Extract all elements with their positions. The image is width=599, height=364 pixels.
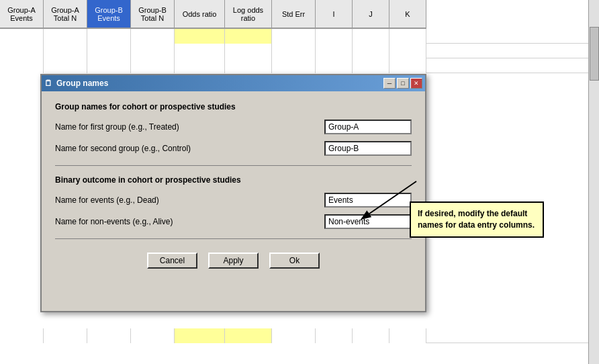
first-group-input[interactable] — [324, 120, 412, 134]
grid-row — [0, 29, 599, 44]
first-group-label: Name for first group (e.g., Treated) — [55, 122, 324, 132]
maximize-button[interactable]: □ — [397, 78, 409, 89]
grid-cell[interactable] — [44, 44, 87, 58]
grid-cell[interactable] — [44, 29, 87, 44]
grid-cell[interactable] — [316, 328, 353, 343]
grid-cell[interactable] — [272, 58, 316, 73]
grid-cell-yellow[interactable] — [175, 29, 225, 44]
grid-cell[interactable] — [87, 29, 131, 44]
grid-cell[interactable] — [87, 58, 131, 73]
events-input[interactable] — [324, 193, 412, 208]
minimize-button[interactable]: ─ — [383, 78, 396, 89]
apply-button[interactable]: Apply — [208, 253, 259, 269]
callout-text: If desired, modify the default names for… — [418, 209, 535, 230]
grid-cell[interactable] — [272, 328, 316, 343]
scrollbar-thumb[interactable] — [590, 27, 599, 81]
form-row-second-group: Name for second group (e.g., Control) — [55, 141, 412, 156]
grid-cell[interactable] — [0, 29, 44, 44]
grid-cell[interactable] — [225, 58, 272, 73]
binary-section-title: Binary outcome in cohort or prospective … — [55, 175, 412, 185]
grid-cell-yellow[interactable] — [225, 328, 272, 343]
non-events-input[interactable] — [324, 214, 412, 229]
col-header-group-b-total[interactable]: Group-BTotal N — [131, 0, 175, 28]
dialog-icon: 🗒 — [44, 79, 52, 88]
cohort-section: Group names for cohort or prospective st… — [55, 102, 412, 156]
col-header-j[interactable]: J — [353, 0, 389, 28]
grid-cell[interactable] — [87, 328, 131, 343]
grid-cell[interactable] — [175, 44, 225, 58]
grid-row — [0, 58, 599, 73]
col-header-i[interactable]: I — [316, 0, 353, 28]
dialog-title: Group names — [56, 79, 383, 88]
grid-cell[interactable] — [131, 58, 175, 73]
col-header-std-err[interactable]: Std Err — [272, 0, 316, 28]
form-row-events: Name for events (e.g., Dead) — [55, 193, 412, 208]
col-header-group-b-events[interactable]: Group-BEvents — [87, 0, 131, 28]
second-group-input[interactable] — [324, 141, 412, 156]
form-row-first-group: Name for first group (e.g., Treated) — [55, 120, 412, 134]
grid-cell[interactable] — [353, 44, 389, 58]
bottom-divider — [55, 238, 412, 239]
dialog-content: Group names for cohort or prospective st… — [42, 91, 425, 279]
form-row-non-events: Name for non-events (e.g., Alive) — [55, 214, 412, 229]
grid-cell[interactable] — [0, 328, 44, 343]
grid-cell[interactable] — [316, 29, 353, 44]
grid-cell-yellow[interactable] — [225, 29, 272, 44]
non-events-label: Name for non-events (e.g., Alive) — [55, 217, 324, 226]
binary-section: Binary outcome in cohort or prospective … — [55, 175, 412, 229]
cohort-section-title: Group names for cohort or prospective st… — [55, 102, 412, 111]
grid-cell[interactable] — [175, 58, 225, 73]
grid-cell[interactable] — [44, 58, 87, 73]
grid-cell[interactable] — [87, 44, 131, 58]
grid-row — [0, 328, 599, 343]
column-headers: Group-AEvents Group-ATotal N Group-BEven… — [0, 0, 426, 29]
scrollbar[interactable] — [588, 0, 599, 364]
ok-button[interactable]: Ok — [269, 253, 320, 269]
grid-cell[interactable] — [0, 44, 44, 58]
grid-cell[interactable] — [389, 44, 426, 58]
grid-cell[interactable] — [316, 44, 353, 58]
section-divider — [55, 165, 412, 166]
grid-cell[interactable] — [131, 44, 175, 58]
col-header-log-odds[interactable]: Log oddsratio — [225, 0, 272, 28]
col-header-k[interactable]: K — [389, 0, 426, 28]
grid-cell[interactable] — [0, 58, 44, 73]
group-names-dialog: 🗒 Group names ─ □ ✕ Group names for coho… — [40, 74, 426, 312]
dialog-titlebar: 🗒 Group names ─ □ ✕ — [42, 75, 425, 91]
grid-cell[interactable] — [353, 29, 389, 44]
events-label: Name for events (e.g., Dead) — [55, 195, 324, 205]
grid-cell[interactable] — [353, 328, 389, 343]
cancel-button[interactable]: Cancel — [147, 253, 197, 269]
grid-cell[interactable] — [389, 29, 426, 44]
dialog-titlebar-buttons: ─ □ ✕ — [383, 78, 422, 89]
grid-cell[interactable] — [44, 328, 87, 343]
dialog-buttons: Cancel Apply Ok — [55, 253, 412, 269]
grid-cell[interactable] — [131, 328, 175, 343]
col-header-group-a-total[interactable]: Group-ATotal N — [44, 0, 87, 28]
callout-box: If desired, modify the default names for… — [410, 201, 544, 238]
grid-cell[interactable] — [272, 44, 316, 58]
close-button[interactable]: ✕ — [410, 78, 422, 89]
grid-cell[interactable] — [389, 328, 426, 343]
grid-cell[interactable] — [353, 58, 389, 73]
second-group-label: Name for second group (e.g., Control) — [55, 144, 324, 153]
grid-cell-yellow[interactable] — [175, 328, 225, 343]
grid-cell[interactable] — [131, 29, 175, 44]
grid-cell[interactable] — [389, 58, 426, 73]
grid-row — [0, 44, 599, 58]
col-header-group-a-events[interactable]: Group-AEvents — [0, 0, 44, 28]
grid-cell[interactable] — [272, 29, 316, 44]
grid-cell[interactable] — [225, 44, 272, 58]
grid-cell[interactable] — [316, 58, 353, 73]
col-header-odds-ratio[interactable]: Odds ratio — [175, 0, 225, 28]
